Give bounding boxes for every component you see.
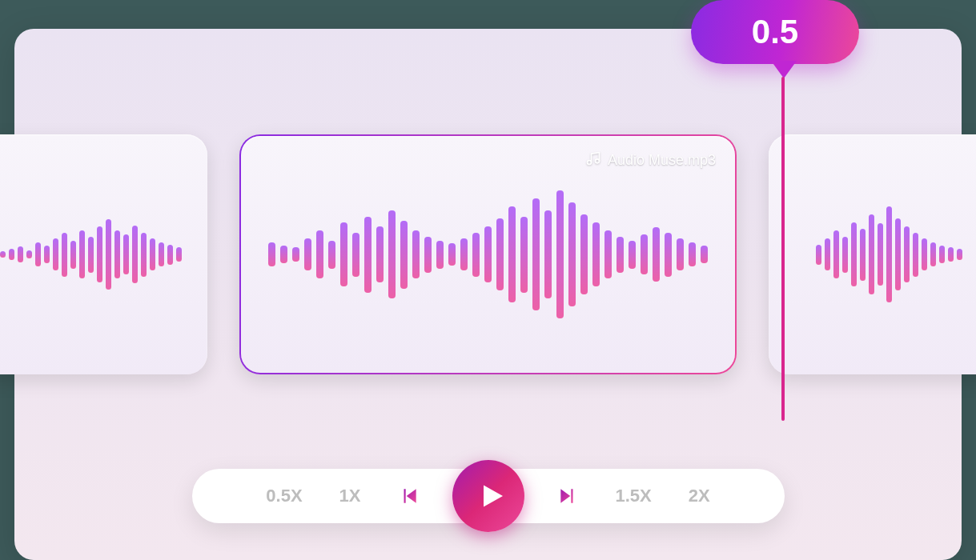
clip-filename-text: Audio Muse.mp3 <box>608 152 716 169</box>
speed-indicator-value: 0.5 <box>752 13 798 51</box>
audio-clip-next[interactable] <box>769 134 976 374</box>
track-row: Audio Muse.mp3 <box>0 134 976 374</box>
waveform <box>0 134 207 374</box>
svg-point-0 <box>587 161 591 165</box>
speed-option-2x[interactable]: 2X <box>689 486 710 506</box>
waveform <box>769 134 976 374</box>
svg-point-1 <box>595 159 599 163</box>
speed-option-1.5x[interactable]: 1.5X <box>616 486 652 506</box>
skip-forward-button[interactable] <box>556 485 579 507</box>
audio-clip-selected[interactable]: Audio Muse.mp3 <box>239 134 737 374</box>
audio-editor-panel: 0.5 Audio Muse.mp3 0.5X 1X <box>14 29 962 560</box>
skip-back-button[interactable] <box>398 485 420 507</box>
waveform <box>241 136 735 373</box>
clip-filename-label: Audio Muse.mp3 <box>585 150 716 170</box>
playhead-cursor[interactable] <box>781 77 785 421</box>
playback-control-bar: 0.5X 1X 1.5X 2X <box>192 469 785 523</box>
speed-indicator-bubble: 0.5 <box>691 0 859 64</box>
play-button[interactable] <box>452 460 524 532</box>
music-note-icon <box>585 150 601 170</box>
audio-clip-previous[interactable] <box>0 134 207 374</box>
speed-option-0.5x[interactable]: 0.5X <box>266 486 302 506</box>
speed-option-1x[interactable]: 1X <box>339 486 361 506</box>
